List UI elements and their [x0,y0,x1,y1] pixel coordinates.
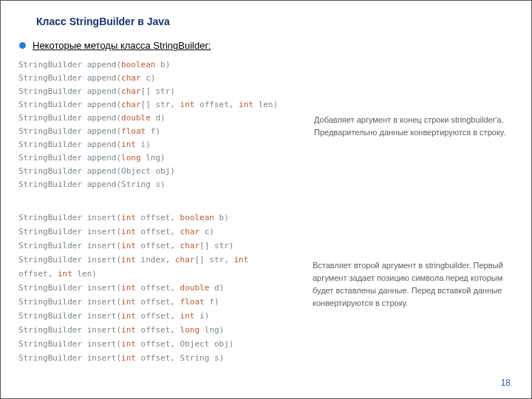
method-signature: StringBuilder insert(int offset, int i) [18,309,294,323]
bullet-text: Некоторые методы класса StringBuilder: [33,40,211,51]
method-signature: StringBuilder insert(int offset, char[] … [18,239,294,253]
insert-description-text: Вставляет второй аргумент в stringbuilde… [313,259,514,310]
method-signature: StringBuilder insert(int offset, Object … [18,337,294,351]
method-signature: StringBuilder insert(int index, char[] s… [18,253,294,267]
method-signature: StringBuilder append(char[] str) [18,85,296,98]
insert-block: StringBuilder insert(int offset, boolean… [11,206,521,363]
append-description: Добавляет аргумент в конец строки string… [303,54,521,199]
method-signature: StringBuilder insert(int offset, String … [18,351,294,363]
method-signature: StringBuilder insert(int offset, boolean… [18,211,294,225]
append-description-text: Добавляет аргумент в конец строки string… [314,114,514,139]
method-signature: StringBuilder append(long lng) [18,151,296,165]
method-signature: StringBuilder insert(int offset, char c) [18,225,294,239]
method-signature: StringBuilder append(double d) [18,112,296,125]
method-signature: StringBuilder append(int i) [18,138,296,151]
append-block: StringBuilder append(boolean b)StringBui… [11,54,521,199]
method-signature: StringBuilder append(Object obj) [18,165,296,178]
page-number: 18 [501,378,511,388]
method-signature: StringBuilder insert(int offset, long ln… [18,323,294,337]
append-methods: StringBuilder append(boolean b)StringBui… [11,54,303,199]
slide: Класс StringBuilder в Java Некоторые мет… [0,0,532,399]
method-signature: StringBuilder insert(int offset, float f… [18,295,294,309]
method-signature: StringBuilder insert(int offset, double … [18,281,294,295]
slide-title: Класс StringBuilder в Java [36,16,170,27]
insert-description: Вставляет второй аргумент в stringbuilde… [301,206,521,363]
method-signature: StringBuilder append(char[] str, int off… [18,98,296,112]
bullet-icon [19,42,26,49]
bullet-row: Некоторые методы класса StringBuilder: [19,40,211,51]
insert-methods: StringBuilder insert(int offset, boolean… [11,206,301,363]
method-signature: StringBuilder append(char c) [18,72,296,85]
method-signature: StringBuilder append(String s) [18,178,296,191]
method-signature: offset, int len) [18,267,294,281]
method-signature: StringBuilder append(float f) [18,125,296,138]
method-signature: StringBuilder append(boolean b) [18,58,296,72]
